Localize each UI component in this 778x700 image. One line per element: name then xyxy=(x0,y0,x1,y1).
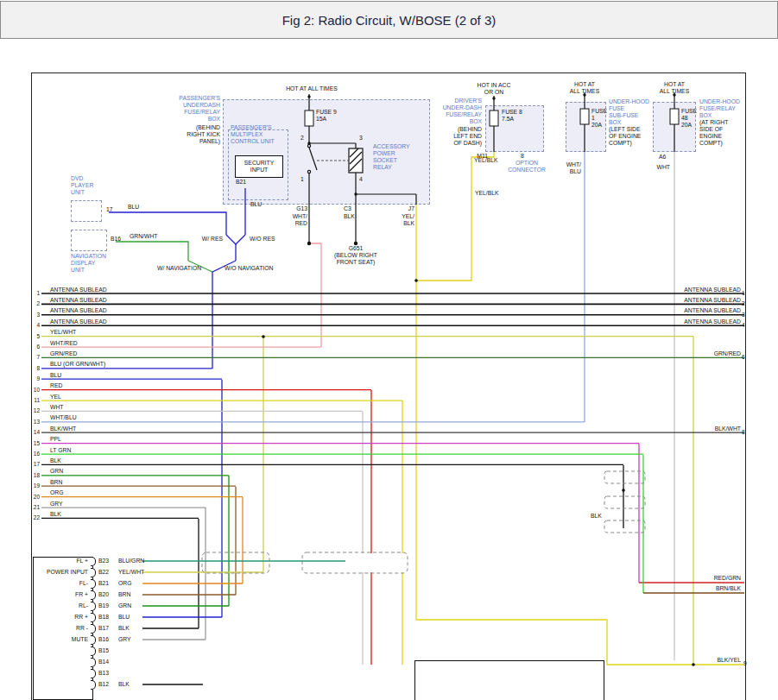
pin-B17: B17 xyxy=(98,625,109,632)
hot-fuse9-label: HOT AT ALL TIMES xyxy=(278,85,345,92)
power-input-label-4: RL- xyxy=(35,602,88,609)
yelblk-a-label: YEL/BLK xyxy=(474,157,498,164)
row-right-label-14: BLK/WHT xyxy=(665,426,741,432)
row-label-13: WHT/BLU xyxy=(50,414,77,421)
row-label-5: YEL/WHT xyxy=(50,329,76,336)
row-right-label-3: ANTENNA SUBLEAD xyxy=(665,307,741,314)
row-label-12: WHT xyxy=(50,404,63,411)
row-num-18: 18 xyxy=(32,472,40,479)
wht-wire-label: WHT xyxy=(653,164,670,171)
whtblu-wire-label: WHT/BLU xyxy=(557,161,581,175)
opt8-pin-label: 8 xyxy=(521,153,524,160)
row-num-6: 6 xyxy=(32,344,40,350)
row-right-num-3: 3 xyxy=(742,312,749,318)
g651-loc-label: (BELOW RIGHTFRONT SEAT) xyxy=(326,252,386,266)
row-label-22: BLK xyxy=(50,511,61,518)
dvd-name-label: DVDPLAYERUNIT xyxy=(71,175,114,196)
row-label-21: GRY xyxy=(50,501,63,508)
underhood-loc-label: (AT RIGHTSIDE OFENGINECOMPT) xyxy=(699,119,744,147)
power-input-label-6: RR - xyxy=(35,625,88,632)
power-input-label-1: POWER INPUT xyxy=(35,569,88,576)
row-num-14: 14 xyxy=(32,429,40,436)
wo-nav-label: W/O NAVIGATION xyxy=(225,265,273,272)
driver-box-loc-label: (BEHINDLEFT ENDOF DASH) xyxy=(432,126,482,147)
pin-B17-wire: BLK xyxy=(118,625,130,632)
passenger-box-loc-label: (BEHINDRIGHT KICKPANEL) xyxy=(160,124,220,145)
pin-B19: B19 xyxy=(98,602,109,609)
pin-B23-wire: BLU/GRN xyxy=(118,558,144,564)
pin-B14: B14 xyxy=(98,659,109,665)
pin-B13: B13 xyxy=(98,670,109,677)
pin-B22-wire: YEL/WHT xyxy=(118,569,144,576)
row-label-6: WHT/RED xyxy=(50,340,78,347)
bottom-partial-box xyxy=(414,660,604,700)
hot-fuse48-label: HOT ATALL TIMES xyxy=(651,81,698,95)
power-input-label-7: MUTE xyxy=(35,636,88,643)
passenger-box-name-label: PASSENGER'SUNDERDASHFUSE/RELAYBOX xyxy=(160,95,220,123)
pin-B15: B15 xyxy=(98,647,109,654)
hot-acc-label: HOT IN ACCOR ON xyxy=(466,82,522,96)
dvd-grnwht-label: GRN/WHT xyxy=(130,233,157,240)
fuse8-label: FUSE 87.5A xyxy=(502,109,522,123)
relay-t4-label: 4 xyxy=(359,176,363,183)
brn-blk-label: BRN/BLK xyxy=(682,585,741,592)
pinb16-label: B16 xyxy=(111,236,121,243)
row-right-label-7: GRN/RED xyxy=(665,350,741,357)
row-label-19: BRN xyxy=(50,479,62,486)
relay-t2-label: 2 xyxy=(300,135,304,142)
pin-B20: B20 xyxy=(98,591,109,598)
fuse9-label: FUSE 915A xyxy=(316,109,337,123)
row-label-15: PPL xyxy=(50,436,61,443)
b21-pin-label: B21 xyxy=(236,179,246,186)
blk-mid-label: BLK xyxy=(591,513,602,520)
power-input-label-0: FL + xyxy=(35,558,88,564)
pin-B12-wire: BLK xyxy=(118,681,130,688)
relay-t3-label: 3 xyxy=(359,135,363,142)
red-grn-label: RED/GRN xyxy=(682,575,741,582)
row-label-8: BLU (OR GRN/WHT) xyxy=(50,361,105,368)
option-connector-label: OPTIONCONNECTOR xyxy=(503,160,551,173)
fuse1-label: FUSE120A xyxy=(591,108,607,129)
pin-B18: B18 xyxy=(98,614,109,621)
figure-title: Fig 2: Radio Circuit, W/BOSE (2 of 3) xyxy=(282,13,497,28)
yelblk-b-label: YEL/BLK xyxy=(475,190,499,197)
row-right-num-7: 6 xyxy=(742,354,749,361)
pin-B18-wire: BLU xyxy=(118,614,130,621)
row-right-num-2: 2 xyxy=(742,300,749,307)
security-input-box: SECURITYINPUT xyxy=(235,155,283,178)
row-label-14: BLK/WHT xyxy=(50,426,76,432)
row-num-8: 8 xyxy=(32,365,40,372)
row-label-16: LT GRN xyxy=(50,447,71,454)
row-label-11: YEL xyxy=(50,394,61,400)
subfuse-loc-label: (LEFT SIDEOF ENGINECOMPT) xyxy=(609,126,654,147)
row-num-7: 7 xyxy=(32,354,40,361)
row-label-17: BLK xyxy=(50,457,61,464)
pin-B20-wire: BRN xyxy=(118,591,130,598)
pin-B21-wire: ORG xyxy=(118,580,131,587)
pin-B21: B21 xyxy=(98,580,109,587)
row-num-10: 10 xyxy=(32,387,40,394)
row-num-16: 16 xyxy=(32,451,40,457)
w-res-label: W/ RES xyxy=(195,236,223,243)
pin-B16: B16 xyxy=(98,636,109,643)
row-num-17: 17 xyxy=(32,461,40,468)
row-num-5: 5 xyxy=(32,333,40,340)
power-input-label-5: RR + xyxy=(35,614,88,621)
power-input-label-2: FL- xyxy=(35,580,88,587)
pin-B22: B22 xyxy=(98,569,109,576)
row-label-3: ANTENNA SUBLEAD xyxy=(50,307,107,314)
row-label-18: GRN xyxy=(50,468,63,475)
row-label-10: RED xyxy=(50,382,62,389)
pin-B12: B12 xyxy=(98,681,109,688)
row-label-20: ORG xyxy=(50,489,63,496)
relay-name-label: ACCESSORYPOWERSOCKETRELAY xyxy=(373,143,428,171)
c3-pin-label: C3 xyxy=(344,205,351,212)
row-num-21: 21 xyxy=(32,504,40,511)
fuse48-label: FUSE4820A xyxy=(681,108,697,129)
row-label-2: ANTENNA SUBLEAD xyxy=(50,297,107,304)
row-num-3: 3 xyxy=(32,312,40,318)
row-right-label-1: ANTENNA SUBLEAD xyxy=(665,287,741,293)
multiplex-name-label: PASSENGER'SMULTIPLEXCONTROL UNIT xyxy=(231,124,286,145)
a6-pin-label: A6 xyxy=(659,154,666,161)
c3-wire-label: BLK xyxy=(344,213,355,220)
